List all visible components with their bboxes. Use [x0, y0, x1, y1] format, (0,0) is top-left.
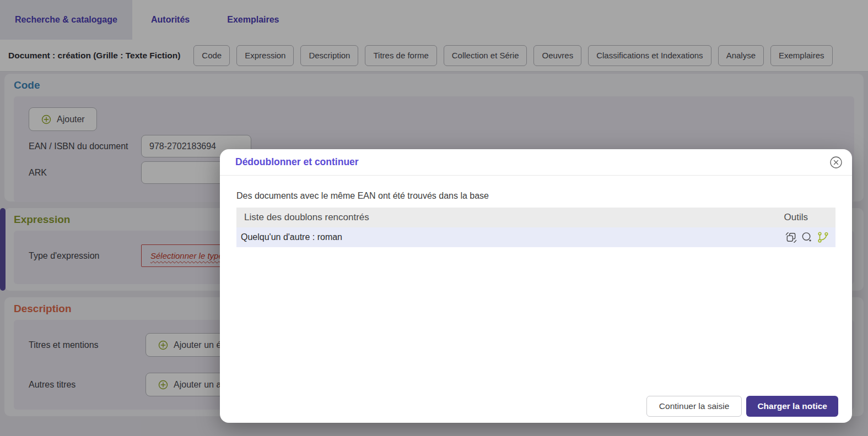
- tools-header: Outils: [784, 212, 808, 223]
- modal-title: Dédoublonner et continuer: [235, 156, 359, 168]
- continue-entry-button[interactable]: Continuer la saisie: [646, 396, 742, 417]
- close-icon[interactable]: [829, 155, 843, 170]
- row-tools: [784, 231, 829, 244]
- duplicates-table: Liste des doublons rencontrés Outils Que…: [236, 208, 835, 247]
- load-record-button[interactable]: Charger la notice: [746, 396, 838, 417]
- magnifier-icon[interactable]: [800, 231, 813, 244]
- table-row[interactable]: Quelqu'un d'autre : roman: [236, 227, 835, 247]
- modal-body: Des documents avec le même EAN ont été t…: [220, 191, 852, 247]
- deduplicate-icon[interactable]: [784, 231, 797, 244]
- modal-footer: Continuer la saisie Charger la notice: [646, 396, 838, 417]
- duplicates-table-header: Liste des doublons rencontrés Outils: [236, 208, 835, 227]
- duplicate-record-title: Quelqu'un d'autre : roman: [241, 232, 342, 242]
- branch-icon[interactable]: [816, 231, 829, 244]
- deduplicate-modal: Dédoublonner et continuer Des documents …: [220, 149, 852, 423]
- duplicates-list-header: Liste des doublons rencontrés: [244, 212, 369, 223]
- modal-header: Dédoublonner et continuer: [220, 149, 852, 176]
- duplicates-message: Des documents avec le même EAN ont été t…: [236, 191, 835, 201]
